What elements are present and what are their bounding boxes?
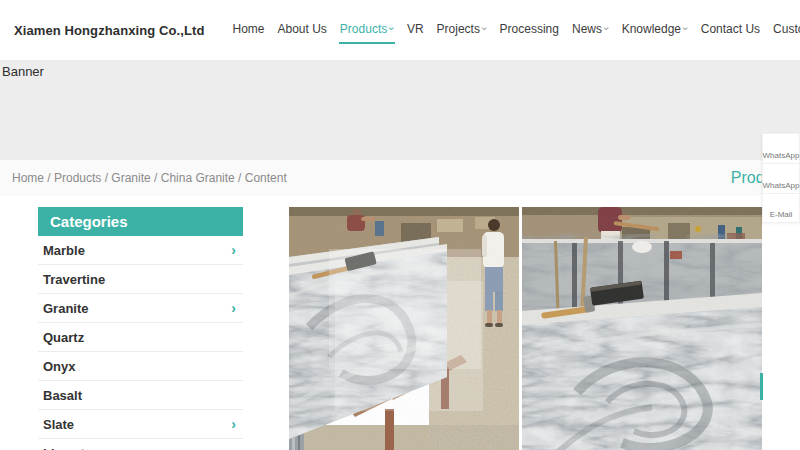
chevron-right-icon: ›: [231, 301, 236, 315]
nav-item-home[interactable]: Home: [232, 18, 264, 42]
whatsapp-button[interactable]: WhatsApp: [762, 163, 800, 193]
product-photo-slab-closeup[interactable]: [522, 207, 762, 450]
categories-header: Categories: [38, 207, 243, 236]
sidebar-item-onyx[interactable]: Onyx: [38, 352, 243, 381]
main-nav: Home About Us Products› VR Projects› Pro…: [232, 18, 800, 42]
sidebar-item-basalt[interactable]: Basalt: [38, 381, 243, 410]
breadcrumb[interactable]: Home / Products / Granite / China Granit…: [12, 160, 287, 196]
banner-placeholder: Banner: [0, 60, 800, 160]
nav-item-about-us[interactable]: About Us: [278, 18, 327, 42]
chevron-right-icon: ›: [231, 243, 236, 257]
chevron-down-icon: ›: [680, 26, 691, 30]
nav-item-news[interactable]: News›: [572, 18, 609, 42]
sidebar-item-slate[interactable]: Slate›: [38, 410, 243, 439]
sidebar-item-limestone[interactable]: Limestone: [38, 439, 243, 450]
categories-list: Marble› Travertine Granite› Quartz Onyx …: [38, 236, 243, 450]
nav-item-contact-us[interactable]: Contact Us: [701, 18, 760, 42]
sidebar-item-marble[interactable]: Marble›: [38, 236, 243, 265]
nav-item-knowledge[interactable]: Knowledge›: [622, 18, 688, 42]
nav-item-projects[interactable]: Projects›: [437, 18, 487, 42]
sidebar-item-quartz[interactable]: Quartz: [38, 323, 243, 352]
top-navigation-bar: Xiamen Hongzhanxing Co.,Ltd Home About U…: [0, 0, 800, 60]
sidebar-item-granite[interactable]: Granite›: [38, 294, 243, 323]
contact-widgets: WhatsApp WhatsApp E-Mail: [762, 133, 800, 223]
chevron-right-icon: ›: [231, 417, 236, 431]
product-photo-slab-warehouse[interactable]: [289, 207, 519, 450]
nav-item-vr[interactable]: VR: [407, 18, 424, 42]
chevron-down-icon: ›: [601, 26, 612, 30]
categories-sidebar: Categories Marble› Travertine Granite› Q…: [38, 207, 243, 450]
banner-label: Banner: [0, 60, 800, 79]
chevron-down-icon: ›: [387, 26, 398, 30]
breadcrumb-bar: Home / Products / Granite / China Granit…: [0, 160, 800, 196]
chevron-down-icon: ›: [479, 26, 490, 30]
company-logo[interactable]: Xiamen Hongzhanxing Co.,Ltd: [14, 23, 204, 38]
nav-item-processing[interactable]: Processing: [500, 18, 559, 42]
widget-accent-bar: [760, 373, 763, 400]
nav-item-products[interactable]: Products›: [340, 18, 394, 42]
email-button[interactable]: E-Mail: [762, 193, 800, 223]
sidebar-item-travertine[interactable]: Travertine: [38, 265, 243, 294]
whatsapp-button[interactable]: WhatsApp: [762, 133, 800, 163]
nav-item-customer-feedback[interactable]: Customer Feedback: [773, 18, 800, 42]
product-gallery: [289, 207, 762, 450]
